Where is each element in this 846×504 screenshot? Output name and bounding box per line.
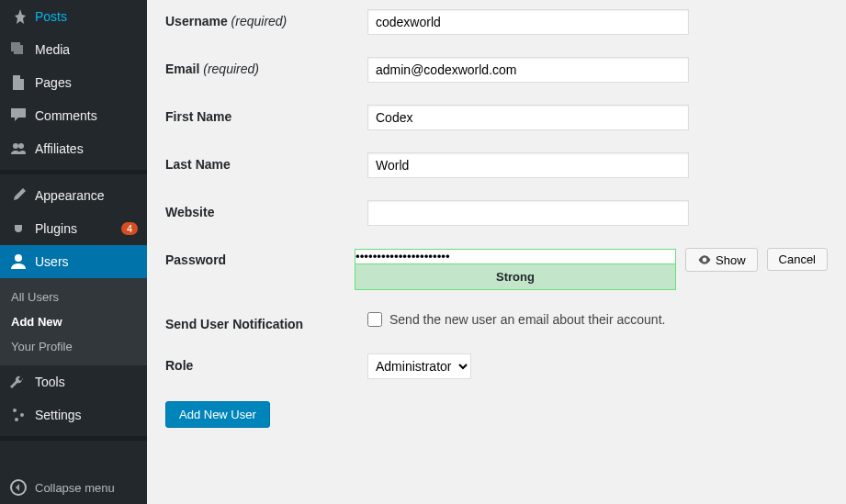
- menu-label: Pages: [35, 75, 138, 90]
- submenu-item-your-profile[interactable]: Your Profile: [0, 334, 147, 359]
- lastname-input[interactable]: [367, 152, 689, 178]
- sliders-icon: [9, 406, 28, 424]
- role-label: Role: [165, 353, 367, 373]
- menu-label: Affiliates: [35, 141, 138, 156]
- password-input[interactable]: [355, 249, 676, 264]
- admin-sidebar: PostsMediaPagesCommentsAffiliates Appear…: [0, 0, 147, 504]
- website-input[interactable]: [367, 200, 689, 226]
- show-password-button[interactable]: Show: [685, 248, 758, 272]
- menu-label: Media: [35, 42, 138, 57]
- group-icon: [9, 140, 28, 158]
- menu-label: Posts: [35, 9, 138, 24]
- collapse-icon: [9, 478, 28, 497]
- wrench-icon: [9, 373, 28, 391]
- cancel-password-button[interactable]: Cancel: [767, 248, 828, 271]
- comment-icon: [9, 106, 28, 125]
- notification-checkbox[interactable]: [367, 312, 382, 327]
- sidebar-item-comments[interactable]: Comments: [0, 99, 147, 132]
- sidebar-item-plugins[interactable]: Plugins4: [0, 212, 147, 245]
- role-select[interactable]: Administrator: [367, 353, 471, 379]
- media-icon: [9, 40, 28, 59]
- email-label: Email (required): [165, 57, 367, 76]
- username-input[interactable]: [367, 9, 689, 35]
- collapse-label: Collapse menu: [35, 481, 115, 495]
- lastname-label: Last Name: [165, 152, 367, 172]
- sidebar-item-pages[interactable]: Pages: [0, 66, 147, 99]
- menu-label: Plugins: [35, 221, 118, 236]
- menu-label: Settings: [35, 408, 138, 422]
- notification-text: Send the new user an email about their a…: [389, 312, 665, 327]
- password-label: Password: [165, 248, 355, 267]
- firstname-label: First Name: [165, 105, 367, 124]
- password-strength: Strong: [355, 264, 676, 290]
- eye-icon: [697, 252, 712, 267]
- submenu-item-all-users[interactable]: All Users: [0, 285, 147, 309]
- menu-label: Comments: [35, 108, 138, 123]
- menu-separator: [0, 436, 147, 441]
- add-new-user-button[interactable]: Add New User: [165, 401, 270, 428]
- firstname-input[interactable]: [367, 105, 689, 130]
- plug-icon: [9, 219, 28, 238]
- website-label: Website: [165, 200, 367, 219]
- email-input[interactable]: [367, 57, 689, 83]
- sidebar-item-appearance[interactable]: Appearance: [0, 179, 147, 212]
- menu-label: Tools: [35, 375, 138, 389]
- collapse-menu[interactable]: Collapse menu: [0, 471, 147, 504]
- sidebar-item-users[interactable]: Users: [0, 245, 147, 278]
- username-label: Username (required): [165, 9, 367, 28]
- brush-icon: [9, 186, 28, 205]
- sidebar-item-affiliates[interactable]: Affiliates: [0, 132, 147, 165]
- menu-separator: [0, 170, 147, 174]
- user-icon: [9, 252, 28, 271]
- sidebar-item-posts[interactable]: Posts: [0, 0, 147, 33]
- menu-label: Users: [35, 254, 138, 269]
- notification-label: Send User Notification: [165, 312, 367, 331]
- submenu: All UsersAdd NewYour Profile: [0, 278, 147, 365]
- main-content: Username (required) Email (required) Fir…: [147, 0, 846, 504]
- sidebar-item-tools[interactable]: Tools: [0, 365, 147, 398]
- pin-icon: [9, 7, 28, 26]
- sidebar-item-media[interactable]: Media: [0, 33, 147, 66]
- update-badge: 4: [121, 222, 138, 235]
- page-icon: [9, 73, 28, 92]
- menu-label: Appearance: [35, 188, 138, 203]
- sidebar-item-settings[interactable]: Settings: [0, 398, 147, 431]
- submenu-item-add-new[interactable]: Add New: [0, 309, 147, 334]
